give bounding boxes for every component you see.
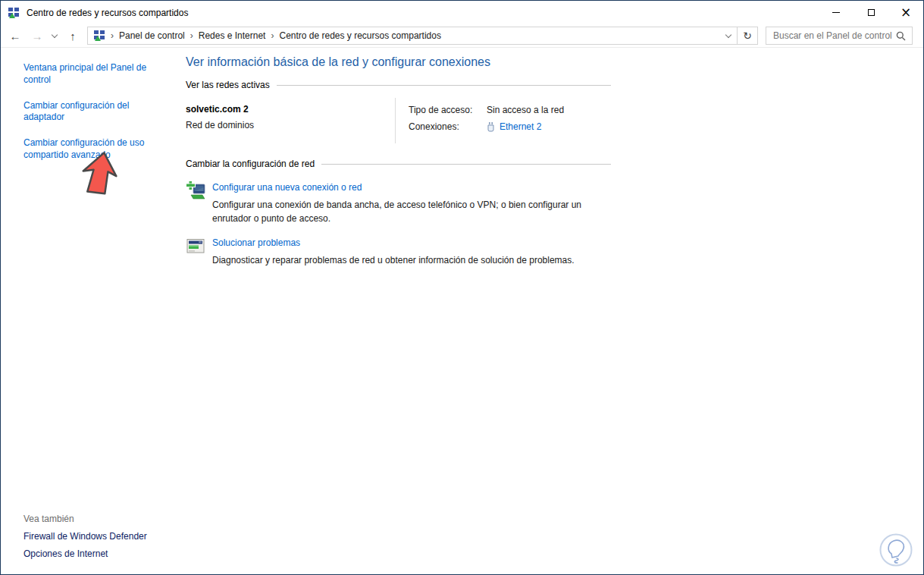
setup-new-connection-description: Configurar una conexión de banda ancha, … xyxy=(212,198,595,225)
titlebar: Centro de redes y recursos compartidos × xyxy=(1,1,923,24)
task-text: Configurar una nueva conexión o red Conf… xyxy=(212,181,595,225)
connections-label: Conexiones: xyxy=(409,121,487,132)
sidebar-item-internet-options[interactable]: Opciones de Internet xyxy=(23,548,147,559)
up-button[interactable]: ↑ xyxy=(61,25,84,46)
troubleshoot-problems-link[interactable]: Solucionar problemas xyxy=(212,237,575,248)
network-sharing-center-window: Centro de redes y recursos compartidos ×… xyxy=(0,0,924,575)
close-button[interactable]: × xyxy=(888,1,923,24)
chevron-down-icon xyxy=(52,32,58,38)
active-networks-label: Ver las redes activas xyxy=(186,80,277,90)
main-content: Ver información básica de la red y confi… xyxy=(171,48,923,574)
forward-button[interactable]: → xyxy=(27,25,48,46)
minimize-icon xyxy=(832,12,840,13)
maximize-button[interactable] xyxy=(854,1,888,24)
sidebar-item-windows-defender-firewall[interactable]: Firewall de Windows Defender xyxy=(23,531,147,542)
address-bar[interactable]: › Panel de control › Redes e Internet › … xyxy=(87,27,758,45)
back-button[interactable]: ← xyxy=(4,25,27,46)
recent-pages-button[interactable] xyxy=(48,25,61,46)
active-networks-section-header: Ver las redes activas xyxy=(186,80,611,90)
ethernet-plug-icon xyxy=(487,121,495,132)
window-title: Centro de redes y recursos compartidos xyxy=(27,8,188,18)
sidebar-item-control-panel-home[interactable]: Ventana principal del Panel de control xyxy=(23,62,164,86)
change-network-settings-label: Cambiar la configuración de red xyxy=(186,159,321,169)
breadcrumb-network-sharing-center[interactable]: Centro de redes y recursos compartidos xyxy=(279,30,440,41)
breadcrumb-separator-icon: › xyxy=(105,30,119,41)
ethernet-2-link[interactable]: Ethernet 2 xyxy=(500,121,541,132)
sidebar: Ventana principal del Panel de control C… xyxy=(1,48,171,574)
active-network-item: solvetic.com 2 Red de dominios Tipo de a… xyxy=(186,98,611,143)
search-icon[interactable] xyxy=(896,31,906,41)
maximize-icon xyxy=(868,9,875,16)
page-title: Ver información básica de la red y confi… xyxy=(186,55,923,69)
access-type-label: Tipo de acceso: xyxy=(409,105,487,115)
section-divider xyxy=(321,164,611,165)
see-also-section: Vea también Firewall de Windows Defender… xyxy=(23,514,147,566)
red-arrow-annotation xyxy=(74,148,127,205)
window-controls: × xyxy=(819,1,923,24)
sidebar-item-change-adapter-settings[interactable]: Cambiar configuración del adaptador xyxy=(23,100,164,124)
troubleshoot-problems-description: Diagnosticar y reparar problemas de red … xyxy=(212,253,575,267)
network-identity: solvetic.com 2 Red de dominios xyxy=(186,98,395,143)
troubleshoot-icon[interactable] xyxy=(186,236,205,256)
minimize-button[interactable] xyxy=(819,1,854,24)
setup-new-connection-link[interactable]: Configurar una nueva conexión o red xyxy=(212,182,595,193)
breadcrumb-network-internet[interactable]: Redes e Internet xyxy=(199,30,266,41)
network-center-icon xyxy=(8,7,20,19)
access-type-row: Tipo de acceso: Sin acceso a la red xyxy=(409,104,564,115)
access-type-value: Sin acceso a la red xyxy=(487,105,564,115)
lightbulb-hint-icon xyxy=(879,533,913,570)
connections-row: Conexiones: Ethernet 2 xyxy=(409,121,564,132)
task-text: Solucionar problemas Diagnosticar y repa… xyxy=(212,236,575,267)
setup-new-connection-item: Configurar una nueva conexión o red Conf… xyxy=(186,181,611,225)
change-network-settings-section-header: Cambiar la configuración de red xyxy=(186,159,611,169)
network-center-icon xyxy=(93,30,105,42)
section-divider xyxy=(277,85,611,86)
search-box[interactable] xyxy=(766,27,913,45)
network-name: solvetic.com 2 xyxy=(186,104,395,115)
breadcrumb-separator-icon: › xyxy=(265,30,279,41)
search-input[interactable] xyxy=(766,30,896,41)
refresh-button[interactable]: ↻ xyxy=(738,27,757,44)
new-connection-icon[interactable] xyxy=(186,181,205,200)
see-also-header: Vea también xyxy=(23,514,147,524)
address-dropdown-button[interactable] xyxy=(720,27,737,44)
network-details: Tipo de acceso: Sin acceso a la red Cone… xyxy=(396,98,564,143)
breadcrumb-control-panel[interactable]: Panel de control xyxy=(119,30,185,41)
chevron-down-icon xyxy=(725,32,731,38)
network-type: Red de dominios xyxy=(186,120,395,130)
troubleshoot-problems-item: Solucionar problemas Diagnosticar y repa… xyxy=(186,236,611,267)
navigation-bar: ← → ↑ › Panel de control › Redes e Inter… xyxy=(1,24,923,48)
breadcrumb-separator-icon: › xyxy=(185,30,199,41)
close-icon: × xyxy=(901,6,911,19)
